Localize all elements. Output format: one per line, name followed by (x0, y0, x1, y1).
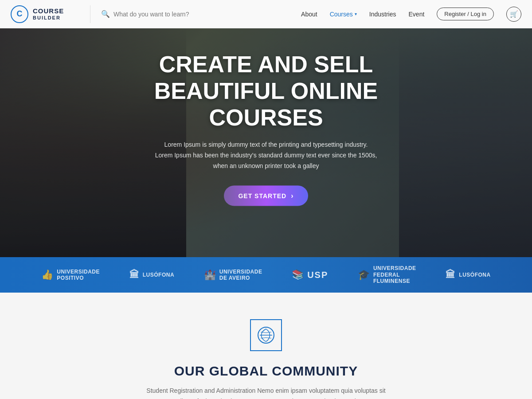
nav-about[interactable]: About (301, 11, 317, 18)
nav-event[interactable]: Event (409, 11, 425, 18)
community-description: Student Registration and Administration … (142, 386, 390, 399)
hero-title: CREATE AND SELL BEAUTIFUL ONLINE COURSES (111, 51, 421, 131)
hero-title-line1: CREATE AND SELL (159, 51, 373, 77)
hero-content: CREATE AND SELL BEAUTIFUL ONLINE COURSES… (111, 51, 421, 206)
nav-industries[interactable]: Industries (369, 11, 396, 18)
community-title: OUR GLOBAL COMMUNITY (9, 364, 523, 379)
get-started-label: GET STARTED (238, 192, 286, 199)
arrow-icon: › (291, 192, 293, 200)
lusofona-icon-2: 🏛 (446, 269, 455, 281)
logo-universidade-positivo: 👍 UNIVERSIDADEPOSITIVO (41, 269, 100, 282)
search-icon: 🔍 (101, 10, 110, 18)
logo-aveiro: 🏰 universidadede aveiro (204, 269, 262, 282)
chevron-down-icon: ▾ (355, 12, 357, 16)
register-button[interactable]: Register / Log in (437, 8, 494, 20)
hero-title-line2: BEAUTIFUL ONLINE COURSES (154, 78, 378, 130)
community-logo-svg (256, 325, 276, 345)
logo-uff: 🎓 UniversidadeFederalFluminense (358, 265, 416, 284)
logo-bottom: BUILDER (33, 15, 64, 20)
nav-links: About Courses ▾ Industries Event Registe… (301, 7, 521, 22)
nav-courses[interactable]: Courses ▾ (330, 11, 357, 18)
lusofona-icon-1: 🏛 (129, 269, 139, 281)
search-area: 🔍 (90, 10, 301, 18)
logo-icon: C (11, 5, 28, 23)
usp-icon: 📚 (292, 269, 304, 281)
thumb-icon: 👍 (41, 269, 53, 281)
hero-subtitle: Lorem Ipsum is simply dummy text of the … (111, 140, 421, 171)
get-started-button[interactable]: GET STARTED › (224, 185, 308, 206)
cart-icon[interactable]: 🛒 (506, 7, 521, 22)
search-input[interactable] (113, 11, 211, 18)
uff-icon: 🎓 (358, 269, 370, 281)
logo-top: COURSE (33, 8, 64, 15)
logos-bar: 👍 UNIVERSIDADEPOSITIVO 🏛 LUSÓFONA 🏰 univ… (0, 257, 532, 293)
logo-text: COURSE BUILDER (33, 8, 64, 20)
aveiro-icon: 🏰 (204, 269, 216, 281)
community-section: OUR GLOBAL COMMUNITY Student Registratio… (0, 293, 532, 399)
community-logo-box (250, 319, 282, 351)
navbar: C COURSE BUILDER 🔍 About Courses ▾ Indus… (0, 0, 532, 28)
logo-lusofona-1: 🏛 LUSÓFONA (129, 269, 174, 281)
logo-area: C COURSE BUILDER (11, 5, 90, 23)
hero-section: CREATE AND SELL BEAUTIFUL ONLINE COURSES… (0, 0, 532, 257)
logo-usp: 📚 USP (292, 269, 328, 281)
logo-lusofona-2: 🏛 LUSÓFONA (446, 269, 490, 281)
